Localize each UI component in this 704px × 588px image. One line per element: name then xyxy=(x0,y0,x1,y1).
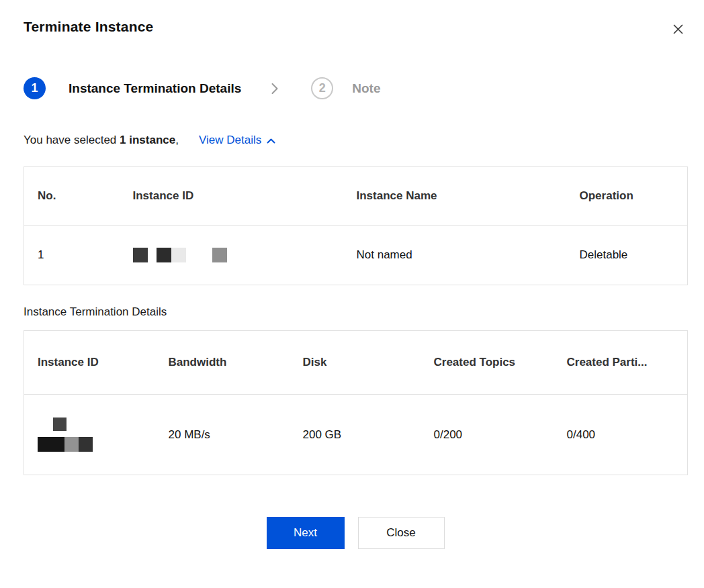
close-icon[interactable] xyxy=(669,20,687,38)
chevron-up-icon xyxy=(266,137,276,145)
cell-disk: 200 GB xyxy=(290,395,421,475)
cell-no: 1 xyxy=(24,226,120,285)
cell-created-topics: 0/200 xyxy=(421,395,554,475)
redacted-instance-id xyxy=(38,418,155,452)
cell-instance-name: Not named xyxy=(343,226,566,285)
close-x-glyph xyxy=(672,23,685,36)
step-2: 2 Note xyxy=(311,77,380,101)
cell-instance-id xyxy=(120,226,343,285)
selection-comma: , xyxy=(175,134,179,146)
terminate-instance-dialog: Terminate Instance 1 Instance Terminatio… xyxy=(0,0,704,588)
dialog-footer: Next Close xyxy=(24,517,687,549)
selection-count: 1 instance xyxy=(120,134,175,146)
redacted-instance-id xyxy=(133,248,343,262)
step-1: 1 Instance Termination Details xyxy=(24,77,241,101)
step-1-label: Instance Termination Details xyxy=(69,76,241,101)
details-section-title: Instance Termination Details xyxy=(24,305,687,319)
step-2-number: 2 xyxy=(311,77,333,99)
step-2-label: Note xyxy=(352,76,380,101)
cell-created-partitions: 0/400 xyxy=(554,395,688,475)
table-header-row: Instance ID Bandwidth Disk Created Topic… xyxy=(24,331,688,395)
column-header-created-topics: Created Topics xyxy=(421,331,554,395)
column-header-instance-name: Instance Name xyxy=(343,167,566,226)
table-header-row: No. Instance ID Instance Name Operation xyxy=(24,167,688,226)
table-row: 1 Not named Deletable xyxy=(24,226,688,285)
column-header-bandwidth: Bandwidth xyxy=(155,331,290,395)
view-details-link[interactable]: View Details xyxy=(199,132,276,149)
step-indicator: 1 Instance Termination Details 2 Note xyxy=(24,77,687,101)
table-row: 20 MB/s 200 GB 0/200 0/400 xyxy=(24,395,688,475)
cell-instance-id xyxy=(24,395,155,475)
termination-details-table: Instance ID Bandwidth Disk Created Topic… xyxy=(24,330,688,475)
cell-bandwidth: 20 MB/s xyxy=(155,395,290,475)
close-button[interactable]: Close xyxy=(358,517,445,549)
column-header-instance-id: Instance ID xyxy=(24,331,155,395)
view-details-label: View Details xyxy=(199,132,261,149)
column-header-disk: Disk xyxy=(290,331,421,395)
column-header-instance-id: Instance ID xyxy=(120,167,343,226)
step-1-number: 1 xyxy=(24,77,46,99)
column-header-operation: Operation xyxy=(566,167,688,226)
chevron-right-icon xyxy=(268,81,281,96)
cell-operation: Deletable xyxy=(566,226,688,285)
next-button[interactable]: Next xyxy=(267,517,345,549)
dialog-title: Terminate Instance xyxy=(24,19,153,35)
selection-prefix: You have selected xyxy=(24,134,116,146)
column-header-no: No. xyxy=(24,167,120,226)
selection-summary: You have selected 1 instance,View Detail… xyxy=(24,132,687,149)
selected-instance-table: No. Instance ID Instance Name Operation … xyxy=(24,166,688,285)
column-header-created-partitions: Created Parti... xyxy=(554,331,688,395)
dialog-header: Terminate Instance xyxy=(24,19,687,38)
